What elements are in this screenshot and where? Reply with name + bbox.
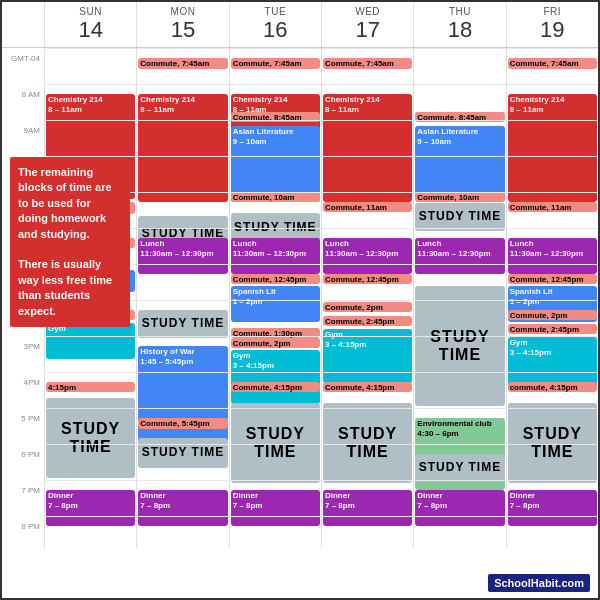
- wed-commute-11: Commute, 11am: [323, 202, 412, 212]
- mon-dinner: Dinner7 – 8pm: [138, 490, 227, 526]
- fri-commute-745: Commute, 7:45am: [508, 58, 597, 69]
- tue-dinner: Dinner7 – 8pm: [231, 490, 320, 526]
- fri-commute-415: commute, 4:15pm: [508, 382, 597, 392]
- mon-lunch: Lunch11:30am – 12:30pm: [138, 238, 227, 274]
- sun-study-time: STUDYTIME: [46, 398, 135, 478]
- sun-415: 4:15pm: [46, 382, 135, 392]
- wed-commute-245: Commute, 2:45pm: [323, 316, 412, 326]
- day-name-wed: WED: [322, 6, 413, 17]
- day-col-mon: MON 15: [136, 2, 228, 47]
- mon-commute-545: Commute, 5:45pm: [138, 418, 227, 429]
- calendar-wrapper: SUN 14 MON 15 TUE 16 WED 17 THU 18 FRI 1…: [0, 0, 600, 600]
- day-name-tue: TUE: [230, 6, 321, 17]
- time-4pm: 4PM: [24, 378, 40, 387]
- wed-chemistry: Chemistry 2148 – 11am: [323, 94, 412, 202]
- tue-gym: Gym3 – 4:15pm: [231, 350, 320, 404]
- fri-commute-2: Commute, 2pm: [508, 310, 597, 320]
- day-col-sun: SUN 14: [44, 2, 136, 47]
- thu-study-2: STUDY TIME: [415, 454, 504, 482]
- day-col-tue: TUE 16: [229, 2, 321, 47]
- day-col-fri: FRI 19: [506, 2, 598, 47]
- brand-label: SchoolHabit.com: [494, 577, 584, 589]
- day-num-wed: 17: [322, 17, 413, 43]
- wed-commute-2: Commute, 2pm: [323, 302, 412, 312]
- day-lane-tue: Commute, 7:45am Chemistry 2148 – 11am Co…: [229, 48, 321, 548]
- time-5pm: 5 PM: [21, 414, 40, 423]
- sun-gym: Gym: [46, 323, 135, 359]
- time-8pm: 8 PM: [21, 522, 40, 531]
- tue-415: Commute, 4:15pm: [231, 382, 320, 392]
- mon-study-2: STUDY TIME: [138, 310, 227, 338]
- tue-lunch: Lunch11:30am – 12:30pm: [231, 238, 320, 274]
- tue-commute-10: Commute, 10am: [231, 192, 320, 202]
- day-num-tue: 16: [230, 17, 321, 43]
- sun-dinner: Dinner7 – 8pm: [46, 490, 135, 526]
- fri-study-large: STUDYTIME: [508, 403, 597, 483]
- day-name-mon: MON: [137, 6, 228, 17]
- day-num-mon: 15: [137, 17, 228, 43]
- thu-lunch: Lunch11:30am – 12:30pm: [415, 238, 504, 274]
- brand-footer: SchoolHabit.com: [488, 574, 590, 592]
- wed-commute-745: Commute, 7:45am: [323, 58, 412, 69]
- fri-dinner: Dinner7 – 8pm: [508, 490, 597, 526]
- tue-asian-lit: Asian Literature9 – 10am: [231, 126, 320, 198]
- tue-commute-130: Commute, 1:30pm: [231, 328, 320, 338]
- wed-study-large: STUDYTIME: [323, 403, 412, 483]
- wed-lunch: Lunch11:30am – 12:30pm: [323, 238, 412, 274]
- time-gutter-header: [2, 2, 44, 47]
- thu-commute-845: Commute, 8:45am: [415, 112, 504, 122]
- day-name-fri: FRI: [507, 6, 598, 17]
- thu-asian-lit: Asian Literature9 – 10am: [415, 126, 504, 198]
- calendar-header: SUN 14 MON 15 TUE 16 WED 17 THU 18 FRI 1…: [2, 2, 598, 48]
- time-7am: GMT-04: [11, 54, 40, 63]
- thu-study-large: STUDYTIME: [415, 286, 504, 406]
- day-num-sun: 14: [45, 17, 136, 43]
- mon-commute-745: Commute, 7:45am: [138, 58, 227, 69]
- wed-gym: Gym3 – 4:15pm: [323, 329, 412, 383]
- fri-chemistry: Chemistry 2148 – 11am: [508, 94, 597, 202]
- day-name-sun: SUN: [45, 6, 136, 17]
- time-6pm: 6 PM: [21, 450, 40, 459]
- day-col-thu: THU 18: [413, 2, 505, 47]
- mon-chemistry: Chemistry 2148 – 11am: [138, 94, 227, 202]
- time-9am: 9AM: [24, 126, 40, 135]
- fri-commute-11: Commute, 11am: [508, 202, 597, 212]
- tue-commute-2: Commute, 2pm: [231, 338, 320, 348]
- tue-commute-845: Commute, 8:45am: [231, 112, 320, 122]
- day-lane-wed: Commute, 7:45am Chemistry 2148 – 11am Co…: [321, 48, 413, 548]
- day-num-thu: 18: [414, 17, 505, 43]
- tue-spanish: Spanish Lit1 – 2pm: [231, 286, 320, 322]
- day-col-wed: WED 17: [321, 2, 413, 47]
- time-7pm: 7 PM: [21, 486, 40, 495]
- wed-commute-1245: Commute, 12:45pm: [323, 274, 412, 284]
- day-lane-thu: Commute, 8:45am Asian Literature9 – 10am…: [413, 48, 505, 548]
- fri-lunch: Lunch11:30am – 12:30pm: [508, 238, 597, 274]
- day-num-fri: 19: [507, 17, 598, 43]
- thu-commute-10: Commute, 10am: [415, 192, 504, 202]
- thu-study-1: STUDY TIME: [415, 203, 504, 231]
- tue-study-large: STUDYTIME: [231, 403, 320, 483]
- day-name-thu: THU: [414, 6, 505, 17]
- info-overlay: The remaining blocks of time are to be u…: [10, 157, 130, 327]
- day-lane-fri: Commute, 7:45am Chemistry 2148 – 11am Co…: [506, 48, 598, 548]
- info-overlay-text: The remaining blocks of time are to be u…: [18, 166, 112, 317]
- thu-dinner: Dinner7 – 8pm: [415, 490, 504, 526]
- fri-commute-245: Commute, 2:45pm: [508, 324, 597, 334]
- day-lane-mon: Commute, 7:45am Chemistry 2148 – 11am ST…: [136, 48, 228, 548]
- wed-dinner: Dinner7 – 8pm: [323, 490, 412, 526]
- time-3pm: 3PM: [24, 342, 40, 351]
- fri-commute-1245: Commute, 12:45pm: [508, 274, 597, 284]
- mon-study-3: STUDY TIME: [138, 438, 227, 468]
- tue-commute-745: Commute, 7:45am: [231, 58, 320, 69]
- time-8am: 8 AM: [22, 90, 40, 99]
- wed-415: Commute, 4:15pm: [323, 382, 412, 392]
- tue-commute-1245: Commute, 12:45pm: [231, 274, 320, 284]
